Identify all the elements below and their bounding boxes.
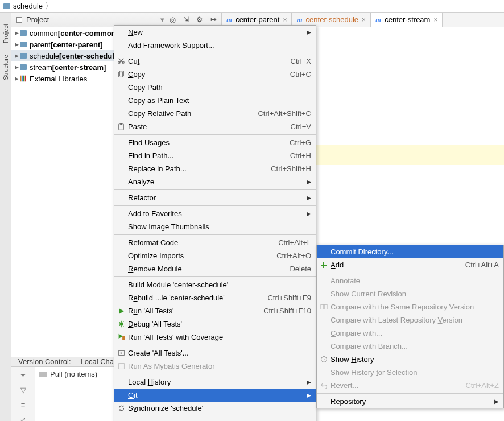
filter-icon[interactable]: ⏷	[18, 369, 29, 381]
chevron-right-icon[interactable]: ▶	[14, 76, 19, 81]
menu-item[interactable]: PasteCtrl+V	[114, 120, 316, 133]
hist-icon	[319, 355, 328, 364]
menu-label: Copy as Plain Text	[128, 96, 189, 105]
menu-item[interactable]: Optimize ImportsCtrl+Alt+O	[114, 249, 316, 262]
project-tree[interactable]: ▶common [center-common]▶parent [center-p…	[11, 27, 125, 357]
menu-item[interactable]: Show Image Thumbnails	[114, 220, 316, 233]
menu-item[interactable]: Analyze▶	[114, 175, 316, 188]
group-icon[interactable]: ≡	[18, 399, 29, 410]
expand-icon[interactable]: ⤢	[18, 414, 29, 421]
shortcut: Ctrl+Alt+Z	[465, 381, 499, 390]
menu-item[interactable]: Copy Path	[114, 81, 316, 94]
shortcut: Ctrl+H	[290, 151, 311, 160]
menu-label: Show History for Selection	[331, 368, 417, 377]
menu-item[interactable]: Rebuild ...le 'center-schedule'Ctrl+Shif…	[114, 291, 316, 304]
menu-label: Run As Mybatis Generator	[128, 362, 214, 370]
project-vertical-tab[interactable]: Project	[2, 24, 9, 43]
menu-item[interactable]: Show in Explorer	[114, 418, 316, 421]
menu-item[interactable]: Find UsagesCtrl+G	[114, 136, 316, 149]
menu-item[interactable]: Repository▶	[317, 395, 503, 408]
submenu-arrow-icon: ▶	[307, 179, 311, 185]
chevron-right-icon[interactable]: ▶	[14, 30, 19, 36]
menu-label: Compare with the Same Repository Version	[331, 303, 474, 311]
menu-item: Compare with Latest Repository Version	[317, 313, 503, 327]
coverage-icon	[117, 333, 126, 342]
menu-item[interactable]: Find in Path...Ctrl+H	[114, 149, 316, 162]
svg-rect-0	[20, 76, 22, 82]
menu-item[interactable]: CutCtrl+X	[114, 55, 316, 68]
chevron-right-icon[interactable]: ▶	[14, 64, 19, 70]
tree-bracket: [center-stream]	[52, 63, 106, 72]
menu-item[interactable]: Copy Relative PathCtrl+Alt+Shift+C	[114, 107, 316, 120]
menu-item: Revert...Ctrl+Alt+Z	[317, 379, 503, 392]
menu-item[interactable]: Synchronize 'schedule'	[114, 402, 316, 415]
menu-label: Copy Path	[128, 83, 163, 92]
menu-item[interactable]: Git▶	[114, 389, 316, 402]
tree-item-stream[interactable]: ▶stream [center-stream]	[11, 61, 125, 73]
submenu-arrow-icon: ▶	[307, 379, 311, 385]
close-icon[interactable]: ×	[362, 16, 366, 24]
menu-item[interactable]: AddCtrl+Alt+A	[317, 258, 503, 271]
menu-item[interactable]: Replace in Path...Ctrl+Shift+H	[114, 162, 316, 175]
breadcrumb-label[interactable]: schedule	[13, 2, 43, 10]
menu-item[interactable]: Reformat CodeCtrl+Alt+L	[114, 236, 316, 249]
tab-label: center-parent	[236, 15, 279, 24]
git-submenu[interactable]: Commit Directory...AddCtrl+Alt+AAnnotate…	[316, 245, 504, 408]
submenu-arrow-icon: ▶	[307, 210, 311, 217]
menu-item: Run As Mybatis Generator	[114, 360, 316, 373]
menu-item[interactable]: Add to Favorites▶	[114, 207, 316, 220]
menu-label: Compare with Latest Repository Version	[331, 316, 462, 324]
menu-label: Add to Favorites	[128, 209, 182, 218]
menu-item[interactable]: Remove ModuleDelete	[114, 262, 316, 275]
tree-label: stream	[30, 63, 52, 72]
external-libraries-label: External Libraries	[30, 75, 87, 83]
menu-item[interactable]: CopyCtrl+C	[114, 68, 316, 81]
target-icon[interactable]: ◎	[168, 15, 177, 24]
submenu-arrow-icon: ▶	[307, 195, 311, 201]
menu-item[interactable]: Run 'All Tests'Ctrl+Shift+F10	[114, 304, 316, 317]
menu-item[interactable]: Add Framework Support...	[114, 39, 316, 52]
tab-version-control[interactable]: Version Control:	[14, 357, 76, 366]
menu-item[interactable]: Run 'All Tests' with Coverage	[114, 331, 316, 344]
chevron-right-icon[interactable]: ▶	[14, 53, 19, 59]
menu-item[interactable]: Refactor▶	[114, 191, 316, 204]
module-icon	[19, 63, 27, 71]
menu-item[interactable]: Create 'All Tests'...	[114, 346, 316, 360]
structure-vertical-tab[interactable]: Structure	[2, 55, 9, 80]
menu-label: Revert...	[331, 381, 358, 390]
run-icon	[117, 307, 126, 316]
close-icon[interactable]: ×	[283, 16, 287, 24]
module-icon	[19, 29, 27, 37]
menu-item[interactable]: Copy as Plain Text	[114, 94, 316, 107]
chevron-right-icon[interactable]: ▶	[14, 42, 19, 47]
project-toolbar-title[interactable]: Project	[26, 15, 157, 24]
module-icon	[19, 52, 27, 60]
menu-label: Show Image Thumbnails	[128, 222, 209, 231]
tree-item-parent[interactable]: ▶parent [center-parent]	[11, 39, 125, 50]
funnel-icon[interactable]: ▽	[18, 384, 29, 395]
menu-item: Compare with...	[317, 327, 503, 340]
sync-icon	[117, 404, 126, 413]
menu-label: Paste	[128, 122, 147, 131]
hide-icon[interactable]: ↦	[209, 15, 218, 24]
close-icon[interactable]: ×	[433, 16, 437, 24]
collapse-icon[interactable]: ⇲	[181, 15, 191, 24]
tree-item-common[interactable]: ▶common [center-common]	[11, 27, 125, 39]
external-libraries[interactable]: ▶ External Libraries	[11, 73, 125, 84]
dropdown-icon[interactable]: ▾	[160, 15, 164, 24]
chevron-right-icon: 〉	[45, 1, 53, 11]
gear-icon[interactable]: ⚙	[195, 15, 204, 24]
menu-item[interactable]: New▶	[114, 26, 316, 39]
menu-label: Rebuild ...le 'center-schedule'	[128, 294, 225, 302]
menu-item[interactable]: Commit Directory...	[317, 245, 503, 258]
tab-center-stream[interactable]: mcenter-stream×	[371, 13, 443, 27]
tree-bracket: [center-schedule]	[59, 52, 121, 60]
menu-label: Add Framework Support...	[128, 41, 214, 49]
menu-item[interactable]: Debug 'All Tests'	[114, 317, 316, 331]
context-menu[interactable]: New▶Add Framework Support...CutCtrl+XCop…	[114, 25, 316, 421]
menu-item[interactable]: Local History▶	[114, 375, 316, 389]
menu-item[interactable]: Show History	[317, 353, 503, 366]
tree-item-schedule[interactable]: ▶schedule [center-schedule]	[11, 50, 125, 61]
menu-item[interactable]: Build Module 'center-schedule'	[114, 278, 316, 291]
menu-label: Remove Module	[128, 265, 182, 273]
